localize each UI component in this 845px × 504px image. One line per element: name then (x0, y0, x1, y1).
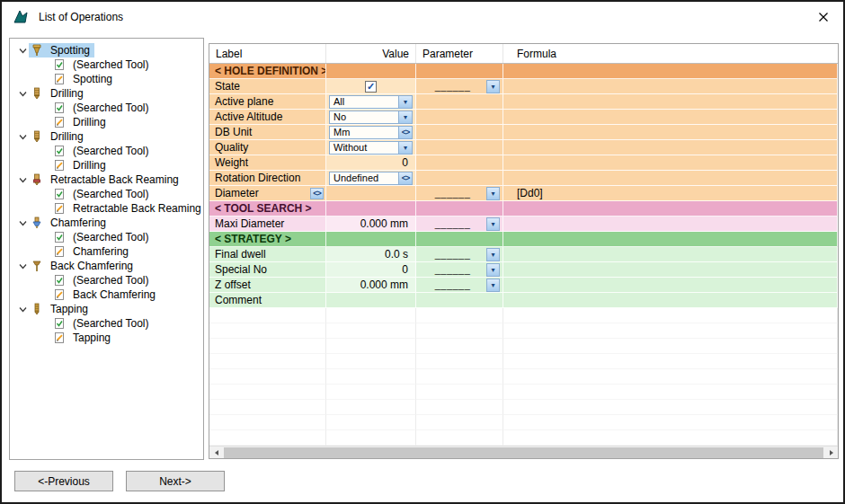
tree-item-drilling[interactable]: Drilling (10, 158, 203, 172)
chevron-down-icon[interactable] (16, 175, 29, 185)
value-text: All (330, 96, 398, 107)
special-no-parameter-dropdown[interactable]: ______▾ (419, 263, 500, 277)
operation-icon (53, 202, 67, 215)
parameters-table: Label Value Parameter Formula < HOLE DEF… (209, 43, 839, 459)
tree-item-tapping[interactable]: Tapping (10, 331, 203, 345)
db-unit-value-spinner[interactable]: Mm<> (329, 126, 413, 139)
tree-item-back-chamfering[interactable]: Back Chamfering (10, 259, 203, 273)
dropdown-arrow-icon[interactable]: ▾ (486, 187, 500, 200)
tree-item-label: Spotting (70, 73, 115, 85)
dropdown-arrow-icon[interactable]: ▾ (486, 263, 500, 277)
tree-item-searched-tool[interactable]: (Searched Tool) (10, 316, 203, 331)
active-plane-value-dropdown[interactable]: All▾ (329, 95, 413, 109)
chevron-down-icon[interactable] (16, 46, 29, 56)
dropdown-arrow-icon[interactable]: ▾ (486, 248, 500, 261)
value-text[interactable]: 0.000 mm (326, 217, 415, 230)
dropdown-arrow-icon[interactable]: ▾ (398, 96, 412, 108)
value-text: No (330, 111, 398, 122)
tree-item-label: Chamfering (70, 245, 131, 258)
tree-item-searched-tool[interactable]: (Searched Tool) (10, 57, 203, 72)
dropdown-arrow-icon[interactable]: ▾ (398, 111, 412, 123)
tree-item-label: (Searched Tool) (70, 231, 152, 243)
tree-item-searched-tool[interactable]: (Searched Tool) (10, 101, 203, 115)
label-spinner-icon[interactable]: <> (310, 188, 324, 199)
state-parameter-dropdown[interactable]: ______▾ (419, 80, 500, 93)
active-altitude-value-dropdown[interactable]: No▾ (329, 111, 413, 124)
chevron-down-icon[interactable] (16, 132, 29, 142)
chevron-down-icon[interactable] (16, 261, 29, 271)
tree-item-chamfering[interactable]: Chamfering (10, 216, 203, 230)
tree-item-searched-tool[interactable]: (Searched Tool) (10, 230, 203, 244)
table-body: < HOLE DEFINITION >State✓______▾Active p… (209, 64, 838, 446)
param-row-special-no: Special No0______▾ (209, 262, 838, 278)
empty-row (209, 308, 838, 323)
tree-item-searched-tool[interactable]: (Searched Tool) (10, 273, 203, 287)
value-text: Undefined (330, 172, 398, 183)
horizontal-scrollbar[interactable] (209, 446, 838, 458)
searched-tool-icon (53, 317, 67, 330)
value-text[interactable]: 0 (326, 263, 415, 276)
operation-icon (53, 73, 67, 85)
tree-item-label: (Searched Tool) (70, 145, 152, 157)
tree-item-searched-tool[interactable]: (Searched Tool) (10, 144, 203, 158)
empty-row (209, 339, 838, 354)
tree-item-spotting[interactable]: Spotting (10, 72, 203, 86)
tree-item-label: Back Chamfering (48, 260, 136, 272)
scroll-left-icon[interactable] (209, 447, 223, 459)
empty-row (209, 385, 838, 400)
tree-item-label: (Searched Tool) (70, 188, 152, 200)
tree-item-label: Drilling (70, 159, 109, 172)
chevron-down-icon[interactable] (16, 305, 29, 314)
tree-item-searched-tool[interactable]: (Searched Tool) (10, 187, 203, 201)
maxi-diameter-parameter-dropdown[interactable]: ______▾ (419, 217, 500, 231)
row-label: Quality (209, 141, 248, 154)
tree-item-spotting[interactable]: Spotting (10, 43, 203, 57)
empty-row (209, 430, 838, 446)
scroll-right-icon[interactable] (824, 447, 838, 459)
quality-value-dropdown[interactable]: Without▾ (329, 141, 413, 155)
tree-item-retractable-back-reaming[interactable]: Retractable Back Reaming (10, 172, 203, 187)
diameter-parameter-dropdown[interactable]: ______▾ (419, 187, 500, 200)
next-button[interactable]: Next-> (126, 471, 225, 491)
tree-item-drilling[interactable]: Drilling (10, 86, 203, 101)
dropdown-arrow-icon[interactable]: ▾ (398, 142, 412, 154)
operation-icon (53, 159, 67, 172)
state-checkbox[interactable]: ✓ (365, 81, 377, 93)
value-text[interactable]: 0.0 s (326, 248, 415, 261)
operation-icon (53, 288, 67, 301)
tree-item-label: (Searched Tool) (70, 274, 152, 287)
tree-item-label: Tapping (48, 303, 91, 315)
dropdown-arrow-icon[interactable]: ▾ (486, 279, 500, 292)
final-dwell-parameter-dropdown[interactable]: ______▾ (419, 248, 500, 261)
tree-item-retractable-back-reaming[interactable]: Retractable Back Reaming (10, 201, 203, 216)
value-text[interactable]: 0.000 mm (326, 279, 415, 291)
param-row-weight: Weight0 (209, 155, 838, 171)
tree-item-tapping[interactable]: Tapping (10, 302, 203, 316)
tree-item-label: Retractable Back Reaming (70, 202, 204, 215)
rotation-direction-value-spinner[interactable]: Undefined<> (329, 172, 413, 185)
previous-button[interactable]: <-Previous (14, 471, 113, 491)
spinner-icon[interactable]: <> (398, 172, 412, 184)
param-row-diameter: Diameter<>______▾[Dd0] (209, 186, 838, 201)
dropdown-arrow-icon[interactable]: ▾ (486, 217, 500, 231)
parameter-placeholder: ______ (419, 249, 486, 260)
searched-tool-icon (53, 145, 67, 157)
tree-item-back-chamfering[interactable]: Back Chamfering (10, 287, 203, 302)
chevron-down-icon[interactable] (16, 89, 29, 99)
close-button[interactable] (814, 8, 832, 26)
column-header-formula: Formula (503, 44, 838, 63)
tree-item-chamfering[interactable]: Chamfering (10, 244, 203, 259)
chevron-down-icon[interactable] (16, 218, 29, 228)
tree-item-drilling[interactable]: Drilling (10, 115, 203, 129)
dropdown-arrow-icon[interactable]: ▾ (486, 80, 500, 93)
tree-item-label: Retractable Back Reaming (48, 173, 182, 186)
z-offset-parameter-dropdown[interactable]: ______▾ (419, 279, 500, 292)
tree-item-drilling[interactable]: Drilling (10, 129, 203, 144)
value-text[interactable]: 0 (326, 156, 415, 169)
row-label: Weight (209, 156, 248, 169)
searched-tool-icon (53, 231, 67, 243)
table-header-row: Label Value Parameter Formula (209, 44, 838, 64)
spinner-icon[interactable]: <> (398, 127, 412, 138)
scrollbar-thumb[interactable] (224, 447, 823, 458)
param-row-maxi-diameter: Maxi Diameter0.000 mm______▾ (209, 217, 838, 232)
